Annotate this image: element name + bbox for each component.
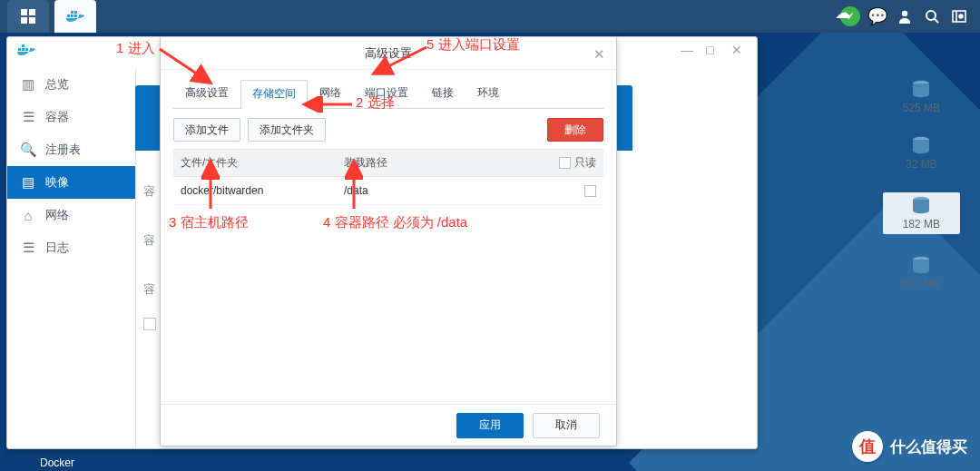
- image-icon: ▤: [20, 174, 36, 191]
- size-item[interactable]: 32 MB: [906, 136, 937, 171]
- svg-rect-4: [67, 15, 70, 17]
- sidebar-item-container[interactable]: ☰容器: [7, 101, 135, 133]
- background-checkbox-fragment: [143, 318, 156, 330]
- apply-button[interactable]: 应用: [456, 413, 524, 438]
- add-folder-button[interactable]: 添加文件夹: [248, 118, 326, 142]
- disk-icon: [911, 256, 931, 274]
- svg-line-11: [935, 19, 938, 23]
- sidebar-item-network[interactable]: ⌂网络: [7, 199, 135, 231]
- apps-tab[interactable]: [7, 0, 49, 33]
- tab-volume[interactable]: 存储空间: [240, 80, 308, 109]
- cloud-status-icon[interactable]: ✓: [837, 0, 864, 33]
- col-path: 文件/文件夹: [173, 150, 337, 176]
- row-host-path[interactable]: docker/bitwarden: [173, 177, 337, 204]
- svg-rect-0: [21, 9, 27, 15]
- docker-sidebar: ▥总览 ☰容器 🔍注册表 ▤映像 ⌂网络 ☰日志: [7, 68, 136, 448]
- sidebar-item-label: 注册表: [45, 142, 81, 158]
- watermark-text: 什么值得买: [890, 437, 967, 457]
- window-close-icon[interactable]: ✕: [731, 43, 748, 55]
- svg-point-10: [926, 11, 936, 20]
- window-minimize-icon[interactable]: —: [681, 43, 697, 55]
- tab-env[interactable]: 环境: [466, 79, 511, 108]
- tab-network[interactable]: 网络: [308, 79, 353, 108]
- svg-rect-16: [22, 48, 24, 51]
- search-icon[interactable]: [918, 0, 946, 33]
- sidebar-item-label: 映像: [45, 174, 69, 191]
- disk-icon: [911, 136, 931, 154]
- taskbar-docker-label[interactable]: Docker: [40, 456, 74, 469]
- svg-rect-5: [71, 15, 74, 17]
- svg-point-9: [902, 11, 907, 16]
- svg-point-14: [959, 15, 963, 18]
- registry-icon: 🔍: [20, 142, 36, 158]
- dialog-footer: 应用 取消: [161, 404, 616, 446]
- size-item[interactable]: 525 MB: [903, 80, 940, 114]
- image-size-list: 525 MB 32 MB 182 MB 512 MB: [883, 80, 960, 290]
- log-icon: ☰: [20, 240, 36, 256]
- network-icon: ⌂: [20, 208, 36, 223]
- sidebar-item-label: 总览: [45, 76, 69, 93]
- advanced-settings-dialog: 高级设置 ✕ 高级设置 存储空间 网络 端口设置 链接 环境 添加文件 添加文件…: [160, 36, 617, 446]
- sidebar-item-label: 日志: [45, 240, 69, 256]
- chat-icon[interactable]: 💬: [864, 0, 891, 33]
- add-file-button[interactable]: 添加文件: [173, 118, 240, 142]
- overview-icon: ▥: [20, 76, 36, 93]
- docker-logo-icon: [16, 43, 36, 62]
- window-maximize-icon[interactable]: □: [706, 43, 722, 55]
- widgets-icon[interactable]: [946, 0, 973, 33]
- svg-rect-7: [71, 11, 74, 14]
- dialog-close-icon[interactable]: ✕: [593, 46, 605, 63]
- tab-advanced[interactable]: 高级设置: [173, 79, 240, 108]
- svg-rect-1: [29, 9, 35, 15]
- disk-icon: [911, 80, 931, 98]
- tab-port[interactable]: 端口设置: [353, 79, 420, 108]
- size-label: 182 MB: [903, 218, 940, 231]
- dialog-tabs: 高级设置 存储空间 网络 端口设置 链接 环境: [161, 70, 616, 108]
- col-mount: 装载路径: [337, 150, 545, 176]
- size-label: 32 MB: [906, 158, 937, 171]
- sidebar-item-registry[interactable]: 🔍注册表: [7, 133, 135, 166]
- dialog-title: 高级设置 ✕: [161, 37, 616, 70]
- watermark: 值 什么值得买: [852, 431, 967, 462]
- svg-rect-2: [21, 17, 27, 24]
- sidebar-item-overview[interactable]: ▥总览: [7, 68, 135, 101]
- tab-links[interactable]: 链接: [420, 79, 466, 108]
- readonly-header-checkbox[interactable]: [559, 157, 571, 169]
- sidebar-item-image[interactable]: ▤映像: [7, 166, 135, 199]
- svg-rect-6: [74, 15, 77, 17]
- row-readonly-checkbox[interactable]: [584, 185, 596, 197]
- sidebar-item-label: 网络: [45, 207, 69, 223]
- dialog-title-text: 高级设置: [365, 45, 412, 62]
- volume-row[interactable]: docker/bitwarden /data: [173, 177, 603, 205]
- sidebar-item-label: 容器: [45, 109, 69, 125]
- cancel-button[interactable]: 取消: [533, 413, 600, 438]
- dialog-toolbar: 添加文件 添加文件夹 删除: [161, 109, 616, 149]
- size-item[interactable]: 182 MB: [883, 192, 960, 234]
- volume-table-header: 文件/文件夹 装载路径 只读: [173, 149, 603, 177]
- disk-icon: [911, 196, 931, 214]
- size-label: 525 MB: [903, 102, 940, 114]
- svg-rect-15: [18, 48, 21, 51]
- row-mount-path[interactable]: /data: [337, 177, 545, 204]
- delete-button[interactable]: 删除: [547, 118, 603, 142]
- size-label: 512 MB: [903, 278, 940, 290]
- svg-rect-8: [74, 11, 77, 14]
- svg-rect-3: [29, 17, 35, 24]
- watermark-badge: 值: [852, 431, 883, 462]
- background-list-fragment: 容容容: [143, 180, 162, 307]
- svg-rect-18: [22, 44, 24, 47]
- user-icon[interactable]: [891, 0, 918, 33]
- sidebar-item-log[interactable]: ☰日志: [7, 231, 135, 264]
- size-item[interactable]: 512 MB: [903, 256, 940, 290]
- system-topbar: ✓ 💬: [0, 0, 980, 33]
- svg-rect-17: [25, 48, 28, 51]
- docker-tab[interactable]: [54, 0, 96, 33]
- col-readonly: 只读: [545, 150, 603, 176]
- container-icon: ☰: [20, 109, 36, 125]
